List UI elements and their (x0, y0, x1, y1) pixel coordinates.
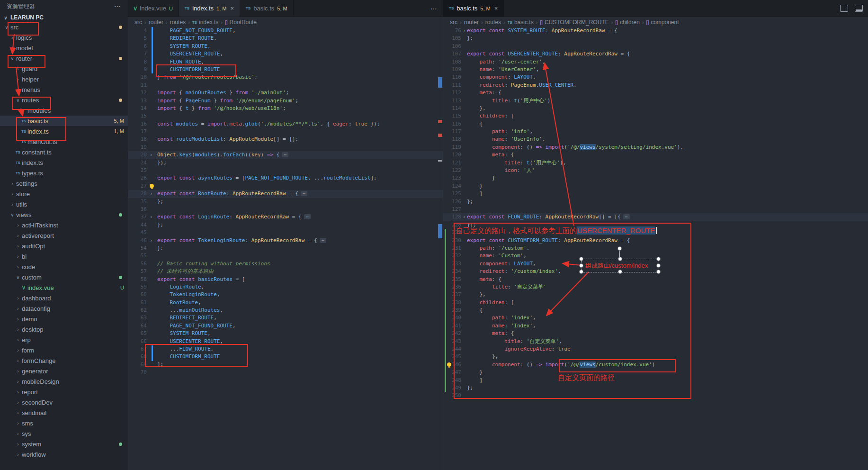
tree-item-desktop[interactable]: ›desktop (0, 324, 128, 334)
code-line-122[interactable]: 122 icon: '人' (443, 167, 868, 174)
tree-item-dataconfig[interactable]: ›dataconfig (0, 303, 128, 314)
line-number[interactable]: 58 (128, 276, 147, 283)
code-line-106[interactable]: 106 (443, 43, 868, 50)
line-number[interactable]: 250 (443, 392, 461, 399)
tree-item-model[interactable]: ›model (0, 43, 128, 53)
code-line-44[interactable]: 44}; (128, 221, 443, 229)
breadcrumb-item-children[interactable]: []children (615, 19, 640, 26)
code-line-246[interactable]: 246 component: () => import('/@/views/cu… (443, 361, 868, 369)
tree-item-code[interactable]: ›code (0, 262, 128, 272)
code-line-109[interactable]: 109 name: 'UserCenter', (443, 66, 868, 73)
tree-item-guard[interactable]: ›guard (0, 63, 128, 74)
code-line-124[interactable]: 124 } (443, 182, 868, 190)
code-line-7[interactable]: 7 USERCENTER_ROUTE, (128, 50, 443, 58)
line-number[interactable]: 27 (128, 182, 147, 190)
code-line-120[interactable]: 120 meta: { (443, 151, 868, 159)
line-number[interactable]: 109 (443, 66, 461, 73)
line-number[interactable]: 62 (128, 307, 147, 314)
line-number[interactable]: 126 (443, 198, 461, 206)
close-icon[interactable]: × (230, 5, 234, 12)
code-line-8[interactable]: 8 FLOW_ROUTE, (128, 58, 443, 66)
code-line-9[interactable]: 9 CUSTOMFORM_ROUTE (128, 66, 443, 73)
code-line-17[interactable]: 17 (128, 128, 443, 136)
line-number[interactable]: 76 (443, 27, 461, 35)
code-line-232[interactable]: 232 name: 'Custom', (443, 252, 868, 260)
customize-layout-icon[interactable] (855, 5, 863, 12)
tree-item-index.vue[interactable]: Vindex.vueU (0, 282, 128, 293)
more-actions-icon[interactable]: ⋯ (114, 2, 121, 10)
line-number[interactable]: 70 (128, 369, 147, 376)
line-number[interactable]: 10 (128, 73, 147, 81)
line-number[interactable]: 105 (443, 35, 461, 42)
breadcrumb-item-src[interactable]: src (450, 19, 457, 26)
code-line-15[interactable]: 15 (128, 112, 443, 120)
tab-basic.ts[interactable]: TSbasic.ts5, M× (443, 0, 504, 17)
line-number[interactable]: 8 (128, 58, 147, 66)
code-line-25[interactable]: 25 (128, 167, 443, 174)
line-number[interactable]: 67 (128, 345, 147, 353)
breadcrumb-item-basic.ts[interactable]: TSbasic.ts (508, 19, 534, 26)
tree-item-settings[interactable]: ›settings (0, 178, 128, 189)
tree-item-basic.ts[interactable]: TSbasic.ts5, M (0, 116, 128, 126)
code-line-126[interactable]: 126}; (443, 198, 868, 206)
code-line-20[interactable]: 20›Object.keys(modules).forEach((key) =>… (128, 151, 443, 159)
code-line-6[interactable]: 6 SYSTEM_ROUTE, (128, 43, 443, 50)
code-line-61[interactable]: 61 RootRoute, (128, 299, 443, 307)
code-line-45[interactable]: 45 (128, 229, 443, 236)
code-line-231[interactable]: 231 path: '/custom', (443, 244, 868, 252)
line-number[interactable]: 17 (128, 128, 147, 136)
code-line-236[interactable]: 236 title: '自定义菜单' (443, 283, 868, 291)
tree-item-src[interactable]: ∨src (0, 22, 128, 32)
code-line-238[interactable]: 238 children: [ (443, 299, 868, 307)
code-line-35[interactable]: 35}; (128, 198, 443, 206)
code-line-107[interactable]: 107export const USERCENTER_ROUTE: AppRou… (443, 50, 868, 58)
code-line-235[interactable]: 235 meta: { (443, 276, 868, 283)
lightbulb-icon[interactable] (150, 184, 154, 188)
line-number[interactable]: 56 (128, 260, 147, 268)
code-line-18[interactable]: 18const routeModuleList: AppRouteModule[… (128, 136, 443, 143)
line-number[interactable]: 117 (443, 128, 461, 136)
line-number[interactable]: 19 (128, 144, 147, 151)
breadcrumb-item-routes[interactable]: routes (170, 19, 186, 26)
line-number[interactable]: 115 (443, 112, 461, 120)
tree-item-erp[interactable]: ›erp (0, 334, 128, 345)
code-line-14[interactable]: 14import { t } from '/@/hooks/web/useI18… (128, 105, 443, 112)
line-number[interactable]: 63 (128, 314, 147, 322)
code-editor-index-ts[interactable]: 4 PAGE_NOT_FOUND_ROUTE,5 REDIRECT_ROUTE,… (128, 27, 443, 470)
line-number[interactable]: 59 (128, 283, 147, 291)
line-number[interactable]: 16 (128, 120, 147, 128)
line-number[interactable]: 20 (128, 151, 147, 159)
fold-chevron-icon[interactable]: › (463, 27, 466, 35)
line-number[interactable]: 66 (128, 338, 147, 345)
fold-chevron-icon[interactable]: › (150, 151, 153, 159)
code-line-239[interactable]: 239 { (443, 307, 868, 314)
code-line-64[interactable]: 64 PAGE_NOT_FOUND_ROUTE, (128, 322, 443, 330)
code-line-63[interactable]: 63 REDIRECT_ROUTE, (128, 314, 443, 322)
line-number[interactable]: 119 (443, 144, 461, 151)
code-line-230[interactable]: 230export const CUSTOMFORM_ROUTE: AppRou… (443, 237, 868, 244)
code-line-5[interactable]: 5 REDIRECT_ROUTE, (128, 35, 443, 42)
line-number[interactable]: 7 (128, 50, 147, 58)
code-line-241[interactable]: 241 name: 'Index', (443, 322, 868, 330)
code-line-27[interactable]: 27 (128, 182, 443, 190)
code-line-113[interactable]: 113 title: t('用户中心') (443, 97, 868, 105)
tree-item-helper[interactable]: ›helper (0, 74, 128, 84)
tree-item-generator[interactable]: ›generator (0, 366, 128, 376)
code-line-243[interactable]: 243 title: '自定义菜单', (443, 338, 868, 345)
line-number[interactable]: 107 (443, 50, 461, 58)
line-number[interactable]: 108 (443, 58, 461, 66)
line-number[interactable]: 55 (128, 252, 147, 260)
tree-item-menus[interactable]: ›menus (0, 84, 128, 95)
line-number[interactable]: 5 (128, 35, 147, 42)
tree-item-report[interactable]: ›report (0, 387, 128, 397)
workspace-section-header[interactable]: ∨ LEARUN PC (0, 12, 128, 23)
editor-more-actions-icon[interactable]: ⋯ (430, 0, 437, 17)
tree-item-dashboard[interactable]: ›dashboard (0, 293, 128, 303)
tree-item-formChange[interactable]: ›formChange (0, 355, 128, 366)
line-number[interactable]: 125 (443, 190, 461, 198)
line-number[interactable]: 54 (128, 244, 147, 252)
code-line-125[interactable]: 125 ] (443, 190, 868, 198)
code-line-19[interactable]: 19 (128, 144, 443, 151)
line-number[interactable]: 6 (128, 43, 147, 50)
code-line-250[interactable]: 250 (443, 392, 868, 399)
